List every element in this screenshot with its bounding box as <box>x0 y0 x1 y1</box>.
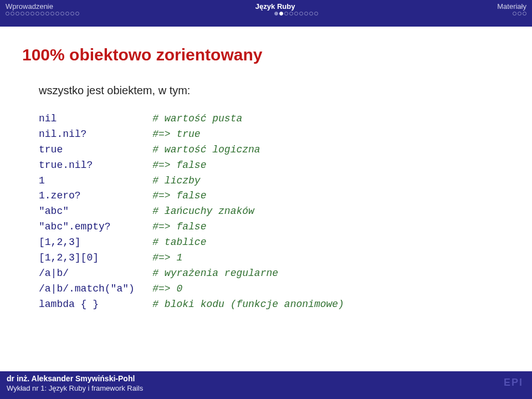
code-expr: 1.zero? <box>39 190 152 201</box>
code-comment: #=> false <box>152 190 206 201</box>
code-expr: true.nil? <box>39 160 152 171</box>
tab-jezyk-ruby[interactable]: Język Ruby <box>255 2 295 11</box>
progress-dot[interactable] <box>294 12 298 16</box>
progress-dot[interactable] <box>65 12 69 16</box>
progress-dot[interactable] <box>60 12 64 16</box>
progress-dot[interactable] <box>289 12 293 16</box>
code-expr: nil <box>39 113 152 124</box>
code-line: "abc" # łańcuchy znaków <box>39 204 510 219</box>
code-expr: 1 <box>39 175 152 186</box>
footer-lecture: Wykład nr 1: Język Ruby i framework Rail… <box>7 384 525 392</box>
code-line: /a|b/ # wyrażenia regularne <box>39 266 510 282</box>
code-line: 1.zero? #=> false <box>39 188 510 204</box>
progress-dot[interactable] <box>45 12 49 16</box>
code-comment: # tablice <box>152 237 206 248</box>
code-expr: lambda { } <box>39 299 152 310</box>
progress-dot[interactable] <box>513 12 516 16</box>
code-block: nil # wartość pustanil.nil? #=> truetrue… <box>39 111 510 313</box>
code-comment: #=> false <box>152 160 206 171</box>
progress-dot[interactable] <box>25 12 29 16</box>
code-comment: #=> 1 <box>152 252 182 263</box>
code-comment: #=> 0 <box>152 283 182 294</box>
progress-dot[interactable] <box>523 12 526 16</box>
code-comment: #=> false <box>152 221 206 232</box>
progress-dot[interactable] <box>314 12 318 16</box>
code-expr: nil.nil? <box>39 129 152 140</box>
footer-logo: EPI <box>504 377 523 388</box>
code-expr: /a|b/.match("a") <box>39 283 152 294</box>
code-expr: /a|b/ <box>39 268 152 279</box>
code-line: true.nil? #=> false <box>39 158 510 173</box>
code-line: "abc".empty? #=> false <box>39 219 510 235</box>
code-comment: # wartość logiczna <box>152 144 260 155</box>
code-comment: # łańcuchy znaków <box>152 206 254 217</box>
progress-dot[interactable] <box>16 12 19 16</box>
code-comment: #=> true <box>152 129 200 140</box>
progress-dot[interactable] <box>274 12 278 16</box>
progress-dot[interactable] <box>518 12 521 16</box>
code-expr: [1,2,3][0] <box>39 252 152 263</box>
slide-title: 100% obiektowo zorientowany <box>22 45 510 64</box>
code-line: 1 # liczby <box>39 173 510 189</box>
progress-dot[interactable] <box>309 12 313 16</box>
code-line: /a|b/.match("a") #=> 0 <box>39 282 510 297</box>
progress-dot[interactable] <box>304 12 308 16</box>
header: Wprowadzenie Język Ruby Materiały <box>0 0 532 27</box>
progress-row <box>0 11 532 18</box>
progress-dot[interactable] <box>21 12 24 16</box>
code-expr: "abc" <box>39 206 152 217</box>
progress-dots-center <box>274 12 318 16</box>
header-tabs: Wprowadzenie Język Ruby Materiały <box>0 0 532 11</box>
slide-intro: wszystko jest obiektem, w tym: <box>39 84 510 97</box>
progress-dot[interactable] <box>299 12 303 16</box>
footer: dr inż. Aleksander Smywiński-Pohl Wykład… <box>0 371 532 399</box>
code-line: nil.nil? #=> true <box>39 127 510 142</box>
code-comment: # liczby <box>152 175 200 186</box>
code-line: [1,2,3] # tablice <box>39 235 510 250</box>
progress-dots-right <box>513 12 526 16</box>
code-expr: true <box>39 144 152 155</box>
code-comment: # wyrażenia regularne <box>152 268 278 279</box>
slide-content: 100% obiektowo zorientowany wszystko jes… <box>0 27 532 313</box>
code-line: [1,2,3][0] #=> 1 <box>39 250 510 266</box>
code-line: nil # wartość pusta <box>39 111 510 127</box>
code-comment: # bloki kodu (funkcje anonimowe) <box>152 299 344 310</box>
progress-dots-left <box>6 12 79 16</box>
progress-dot[interactable] <box>70 12 74 16</box>
progress-dot[interactable] <box>11 12 14 16</box>
tab-wprowadzenie[interactable]: Wprowadzenie <box>6 2 53 11</box>
progress-dot[interactable] <box>55 12 59 16</box>
progress-dot[interactable] <box>284 12 288 16</box>
progress-dot[interactable] <box>30 12 34 16</box>
progress-dot[interactable] <box>279 12 283 16</box>
progress-dot[interactable] <box>35 12 39 16</box>
tab-materialy[interactable]: Materiały <box>497 2 526 11</box>
progress-dot[interactable] <box>75 12 79 16</box>
code-expr: [1,2,3] <box>39 237 152 248</box>
progress-dot[interactable] <box>40 12 44 16</box>
footer-author: dr inż. Aleksander Smywiński-Pohl <box>7 374 525 383</box>
code-line: lambda { } # bloki kodu (funkcje anonimo… <box>39 297 510 313</box>
code-comment: # wartość pusta <box>152 113 242 124</box>
code-expr: "abc".empty? <box>39 221 152 232</box>
progress-dot[interactable] <box>6 12 9 16</box>
progress-dot[interactable] <box>50 12 54 16</box>
code-line: true # wartość logiczna <box>39 142 510 158</box>
